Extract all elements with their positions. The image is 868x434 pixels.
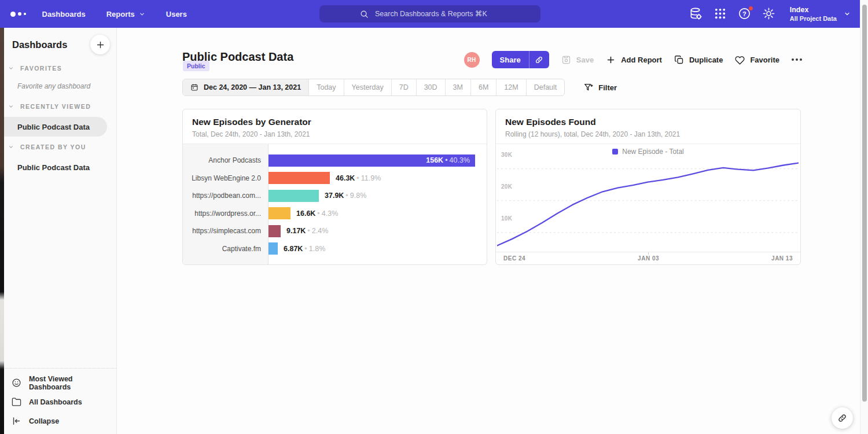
nav-item-dashboards[interactable]: Dashboards: [42, 10, 86, 19]
sidebar-section-recently-viewed[interactable]: RECENTLY VIEWED: [0, 100, 116, 113]
share-link-button[interactable]: [529, 51, 549, 68]
collapse-icon: [12, 416, 21, 426]
filter-label: Filter: [598, 83, 617, 92]
bar-chart-row: https://podbean.com...37.9K•9.8%: [183, 187, 487, 205]
sidebar-footer-label: Most Viewed Dashboards: [29, 375, 116, 391]
share-button[interactable]: Share: [492, 51, 529, 68]
bar-category-label: Libsyn WebEngine 2.0: [183, 174, 269, 182]
date-preset-3m[interactable]: 3M: [445, 79, 470, 95]
sidebar-footer-collapse[interactable]: Collapse: [0, 411, 116, 431]
sidebar-footer-label: All Dashboards: [29, 398, 82, 406]
sidebar-footer-all-dashboards[interactable]: All Dashboards: [0, 392, 116, 411]
bar-track: 156K•40.3%: [269, 155, 487, 167]
bar-category-label: Anchor Podcasts: [183, 156, 269, 164]
nav-item-users[interactable]: Users: [166, 10, 187, 19]
sidebar-footer-most-viewed-dashboards[interactable]: Most Viewed Dashboards: [0, 373, 116, 392]
date-range-picker[interactable]: Dec 24, 2020 — Jan 13, 2021: [183, 79, 308, 95]
bar-chart-subtitle: Total, Dec 24th, 2020 - Jan 13th, 2021: [192, 130, 477, 138]
favorite-button[interactable]: Favorite: [735, 55, 779, 65]
bar-value-label: 156K•40.3%: [426, 156, 470, 164]
bar-value-label: 16.6K•4.3%: [296, 209, 338, 218]
line-chart-subtitle: Rolling (12 hours), total, Dec 24th, 202…: [505, 130, 791, 138]
bar-chart-row: https://simplecast.com9.17K•2.4%: [183, 222, 487, 240]
sidebar-section-created-by-you[interactable]: CREATED BY YOU: [0, 140, 116, 154]
date-preset-12m[interactable]: 12M: [496, 79, 525, 95]
sidebar-item-dashboard[interactable]: Public Podcast Data: [0, 157, 107, 177]
settings-icon[interactable]: [762, 7, 775, 20]
filter-button[interactable]: Filter: [580, 82, 620, 93]
notification-dot: [748, 6, 753, 11]
link-icon: [535, 56, 543, 64]
data-source-icon[interactable]: [689, 7, 703, 20]
app-logo[interactable]: [0, 12, 42, 17]
bar-value-label: 46.3K•11.9%: [336, 174, 381, 182]
date-range-value: Dec 24, 2020 — Jan 13, 2021: [204, 83, 301, 91]
apps-grid-icon[interactable]: [713, 7, 727, 20]
date-preset-6m[interactable]: 6M: [470, 79, 496, 95]
floating-link-button[interactable]: [832, 407, 853, 429]
bar-value-label: 9.17K•2.4%: [286, 227, 328, 235]
bar-track: 46.3K•11.9%: [269, 172, 487, 184]
sidebar-empty-hint: Favorite any dashboard: [0, 75, 116, 100]
line-chart-body: New Episode - Total DEC 24 JAN 03 JAN 13…: [496, 144, 800, 264]
main-content: Public Podcast Data Public RH Share Save…: [117, 28, 860, 434]
sidebar-section-label: FAVORITES: [20, 65, 62, 72]
scrollbar-thumb[interactable]: [862, 5, 867, 402]
logo-dot: [18, 12, 21, 16]
date-preset-group: Dec 24, 2020 — Jan 13, 2021 TodayYesterd…: [182, 79, 565, 96]
y-tick-label: 20K: [501, 183, 512, 190]
bar-segment[interactable]: [269, 190, 319, 202]
workspace-info: Index All Project Data: [790, 5, 837, 23]
bar-track: 6.87K•1.8%: [269, 242, 487, 255]
sidebar-section-label: CREATED BY YOU: [20, 144, 86, 150]
link-icon: [837, 413, 847, 423]
nav-menu: DashboardsReportsUsers: [42, 10, 208, 19]
nav-item-label: Reports: [106, 10, 135, 19]
date-preset-today[interactable]: Today: [308, 79, 343, 95]
bar-segment[interactable]: [269, 225, 281, 237]
add-dashboard-button[interactable]: [90, 35, 110, 54]
calendar-icon: [190, 83, 198, 91]
avatar[interactable]: RH: [464, 52, 480, 68]
bar-segment[interactable]: [269, 242, 278, 255]
date-preset-30d[interactable]: 30D: [416, 79, 445, 95]
background-window-edge: [0, 28, 4, 434]
x-tick-label: DEC 24: [503, 255, 525, 262]
workspace-switcher[interactable]: Index All Project Data: [790, 5, 851, 23]
global-search[interactable]: [319, 5, 540, 23]
bar-track: 16.6K•4.3%: [269, 207, 487, 219]
workspace-name: Index: [790, 5, 837, 14]
sidebar-section-favorites[interactable]: FAVORITES: [0, 61, 116, 75]
search-input[interactable]: [374, 9, 500, 19]
chevron-down-icon: [844, 10, 851, 17]
line-chart-header: New Episodes Found Rolling (12 hours), t…: [496, 109, 800, 144]
sidebar-section-label: RECENTLY VIEWED: [20, 103, 91, 110]
bar-chart-title: New Episodes by Generator: [192, 117, 477, 127]
chart-legend: New Episode - Total: [496, 144, 800, 159]
sidebar-item-dashboard[interactable]: Public Podcast Data: [0, 117, 107, 137]
help-icon[interactable]: ?: [738, 7, 751, 20]
bar-track: 9.17K•2.4%: [269, 225, 487, 237]
duplicate-label: Duplicate: [689, 56, 723, 64]
bar-segment[interactable]: [269, 172, 330, 184]
bar-track: 37.9K•9.8%: [269, 190, 487, 202]
more-options-button[interactable]: [792, 56, 802, 63]
bar-segment[interactable]: [269, 207, 290, 219]
bar-chart-card: New Episodes by Generator Total, Dec 24t…: [182, 109, 487, 265]
date-preset-yesterday[interactable]: Yesterday: [344, 79, 391, 95]
save-label: Save: [576, 56, 594, 64]
add-report-button[interactable]: Add Report: [606, 55, 662, 65]
legend-swatch: [612, 149, 618, 155]
duplicate-button[interactable]: Duplicate: [674, 55, 723, 65]
filter-icon: [584, 83, 593, 92]
folder-icon: [12, 397, 21, 407]
line-chart-svg: [497, 159, 799, 252]
save-icon: [561, 55, 571, 65]
save-button[interactable]: Save: [561, 55, 594, 65]
logo-dot: [10, 12, 16, 17]
date-preset-7d[interactable]: 7D: [391, 79, 416, 95]
x-tick-label: JAN 13: [771, 255, 793, 262]
date-preset-default[interactable]: Default: [526, 79, 565, 95]
bar-segment[interactable]: 156K•40.3%: [269, 155, 475, 167]
nav-item-reports[interactable]: Reports: [106, 10, 145, 19]
